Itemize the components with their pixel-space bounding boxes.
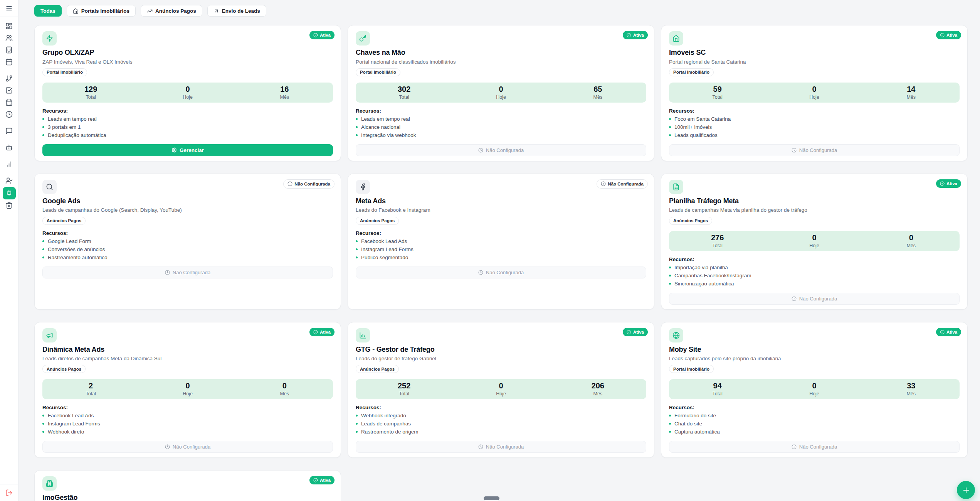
resource-item: Formulário do site [669, 413, 960, 418]
bullet-dot [356, 118, 358, 120]
resource-item: Sincronização automática [669, 281, 960, 287]
not-configured-button[interactable]: Não Configurada [669, 144, 960, 156]
stats-bar: 302 Total 0 Hoje 65 Mês [356, 83, 646, 103]
home-icon [672, 35, 680, 42]
not-configured-button[interactable]: Não Configurada [669, 441, 960, 453]
clock-icon [792, 296, 797, 301]
sidebar-item-bar-chart[interactable] [3, 159, 16, 170]
resource-item: Campanhas Facebook/Instagram [669, 273, 960, 278]
not-configured-button[interactable]: Não Configurada [356, 144, 646, 156]
filter-tab-envio-de-leads[interactable]: Envio de Leads [207, 5, 266, 17]
user-check-icon [5, 177, 13, 184]
integration-icon-box [42, 328, 57, 342]
sidebar-item-dashboard[interactable] [3, 20, 16, 32]
menu-toggle-button[interactable] [0, 0, 18, 17]
stats-bar: 59 Total 0 Hoje 14 Mês [669, 83, 960, 103]
settings-icon [171, 147, 177, 153]
stat-hoje: 0 Hoje [452, 85, 549, 100]
clock-icon [165, 444, 170, 449]
integration-card: AtivaChaves na MãoPortal nacional de cla… [348, 25, 654, 161]
sidebar-item-clock[interactable] [3, 109, 16, 120]
integration-icon-box [356, 31, 370, 46]
sidebar-item-building[interactable] [3, 44, 16, 56]
megaphone-icon [46, 332, 53, 339]
integration-card: Não ConfiguradaGoogle AdsLeads de campan… [34, 174, 341, 310]
sidebar-item-check-square[interactable] [3, 85, 16, 96]
check-circle-icon [313, 478, 318, 482]
sidebar-item-chat[interactable] [3, 125, 16, 137]
resources-section: Recursos: Formulário do site Chat do sit… [669, 405, 960, 435]
clock-icon [478, 148, 483, 153]
bullet-dot [356, 415, 358, 417]
integration-title: GTG - Gestor de Tráfego [356, 346, 646, 354]
filter-tab-portais-imobili-rios[interactable]: Portais Imobiliários [67, 5, 136, 17]
sidebar-item-plug[interactable] [3, 187, 16, 199]
facebook-icon [359, 183, 366, 191]
sidebar-item-user-check[interactable] [3, 175, 16, 187]
tab-label: Todas [40, 8, 55, 14]
bullet-dot [669, 431, 671, 433]
bullet-dot [669, 134, 671, 136]
sidebar-item-calendar-days[interactable] [3, 97, 16, 108]
integration-title: Moby Site [669, 346, 960, 354]
stats-bar: 2 Total 0 Hoje 0 Mês [42, 379, 333, 399]
integration-icon-box [356, 328, 370, 342]
status-badge: Ativa [309, 31, 335, 39]
category-tag: Portal Imobiliário [669, 365, 714, 373]
add-integration-fab[interactable] [957, 481, 975, 499]
integration-card: AtivaImóveis SCPortal regional de Santa … [661, 25, 968, 161]
sidebar-group-0 [3, 20, 16, 68]
not-configured-button[interactable]: Não Configurada [356, 441, 646, 453]
sidebar-item-users[interactable] [3, 32, 16, 44]
sidebar-item-trash[interactable] [3, 200, 16, 211]
integration-card: AtivaMoby SiteLeads capturados pelo site… [661, 322, 968, 458]
resource-item: Leads qualificados [669, 132, 960, 138]
resource-item: Google Lead Form [42, 238, 333, 244]
resource-item: Chat do site [669, 421, 960, 427]
not-configured-button[interactable]: Não Configurada [669, 293, 960, 305]
home-icon [73, 8, 79, 14]
check-circle-icon [313, 330, 318, 334]
status-badge: Não Configurada [597, 179, 648, 189]
resource-item: Foco em Santa Catarina [669, 116, 960, 122]
not-configured-button[interactable]: Não Configurada [42, 441, 333, 453]
horizontal-scrollbar-thumb[interactable] [484, 496, 499, 500]
sidebar-item-calendar[interactable] [3, 56, 16, 68]
bullet-dot [356, 248, 358, 250]
category-tag: Portal Imobiliário [42, 68, 87, 76]
category-tag: Anúncios Pagos [42, 365, 86, 373]
category-tag: Portal Imobiliário [669, 68, 714, 76]
integration-subtitle: Leads do gestor de tráfego Gabriel [356, 356, 646, 362]
integration-icon-box [42, 476, 57, 491]
not-configured-button[interactable]: Não Configurada [42, 267, 333, 278]
filter-tab-an-ncios-pagos[interactable]: Anúncios Pagos [141, 5, 202, 17]
resources-section: Recursos: Webhook integrado Leads de cam… [356, 405, 646, 435]
resources-label: Recursos: [42, 405, 333, 410]
integration-subtitle: Portal nacional de classificados imobili… [356, 59, 646, 65]
bullet-dot [669, 415, 671, 417]
stat-mês: 65 Mês [550, 85, 646, 100]
sidebar-group-2 [3, 125, 16, 137]
resource-item: Importação via planilha [669, 265, 960, 270]
check-circle-icon [627, 330, 631, 334]
logout-button[interactable] [0, 484, 18, 501]
integration-subtitle: Portal regional de Santa Catarina [669, 59, 960, 65]
tab-label: Anúncios Pagos [155, 8, 196, 14]
resources-section: Recursos: Facebook Lead Ads Instagram Le… [42, 405, 333, 435]
bar-chart-icon [5, 160, 13, 168]
resources-section: Recursos: Leads em tempo real Alcance na… [356, 108, 646, 138]
integration-icon-box [669, 328, 683, 342]
not-configured-button[interactable]: Não Configurada [356, 267, 646, 278]
resource-item: Facebook Lead Ads [356, 238, 646, 244]
bullet-dot [669, 126, 671, 128]
status-badge: Ativa [936, 31, 961, 39]
integration-card: AtivaDinâmica Meta AdsLeads diretos de c… [34, 322, 341, 458]
manage-button[interactable]: Gerenciar [42, 144, 333, 156]
resource-item: 3 portais em 1 [42, 124, 333, 130]
sidebar-item-git-branch[interactable] [3, 73, 16, 84]
sidebar-nav [0, 17, 18, 216]
filter-tab-todas[interactable]: Todas [34, 5, 62, 17]
bullet-dot [42, 431, 44, 433]
resources-label: Recursos: [42, 108, 333, 114]
sidebar-item-bot[interactable] [3, 142, 16, 154]
